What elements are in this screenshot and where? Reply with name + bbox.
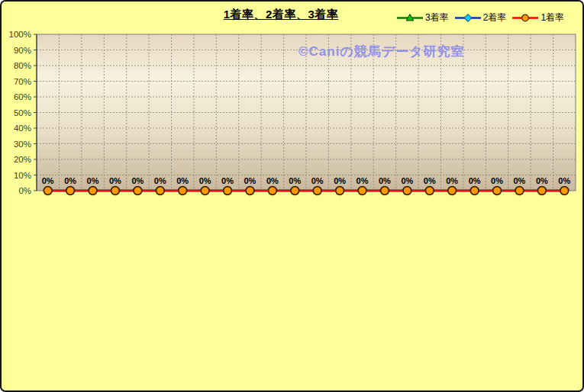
data-point-label: 0%	[154, 176, 166, 185]
y-tick-label: 70%	[14, 77, 31, 86]
data-point-label: 0%	[446, 176, 458, 185]
data-point-label: 0%	[379, 176, 391, 185]
data-point-marker	[134, 187, 142, 195]
data-point-label: 0%	[311, 176, 324, 185]
data-point-marker	[224, 187, 232, 195]
data-point-marker	[179, 187, 187, 195]
data-point-marker	[448, 187, 457, 195]
data-point-label: 0%	[42, 176, 54, 185]
data-point-label: 0%	[536, 176, 548, 185]
data-point-label: 0%	[357, 176, 369, 185]
data-point-label: 0%	[491, 176, 503, 185]
data-point-label: 0%	[558, 176, 570, 185]
y-tick-label: 20%	[14, 155, 31, 164]
data-point-label: 0%	[424, 176, 436, 185]
data-point-label: 0%	[514, 176, 526, 185]
data-point-marker	[268, 187, 276, 195]
y-tick-label: 90%	[14, 46, 31, 55]
data-point-label: 0%	[401, 176, 413, 185]
data-point-label: 0%	[199, 176, 211, 185]
data-point-marker	[246, 187, 254, 195]
data-point-label: 0%	[176, 176, 189, 185]
data-point-marker	[425, 187, 434, 195]
chart-window: 1着率、2着率、3着率 3着率 2着率 1着率 0%10%20%30%40%50…	[0, 0, 584, 392]
y-axis-labels: 0%10%20%30%40%50%60%70%80%90%100%	[9, 30, 31, 195]
data-point-marker	[313, 187, 321, 195]
data-point-marker	[470, 187, 479, 195]
y-tick-label: 100%	[9, 30, 31, 39]
y-tick-label: 50%	[14, 108, 31, 117]
data-point-marker	[381, 187, 389, 195]
y-tick-label: 10%	[14, 171, 31, 180]
data-point-marker	[537, 187, 546, 195]
data-point-marker	[358, 187, 366, 195]
data-point-marker	[493, 187, 502, 195]
data-point-label: 0%	[469, 176, 481, 185]
data-point-label: 0%	[131, 176, 144, 185]
y-tick-label: 40%	[14, 124, 31, 133]
data-point-marker	[44, 187, 52, 195]
data-point-marker	[336, 187, 344, 195]
data-point-marker	[515, 187, 524, 195]
y-tick-label: 60%	[14, 92, 31, 101]
data-point-label: 0%	[266, 176, 279, 185]
y-tick-label: 80%	[14, 61, 31, 70]
data-point-marker	[89, 187, 97, 195]
data-point-marker	[291, 187, 299, 195]
data-point-label: 0%	[87, 176, 99, 185]
data-point-label: 0%	[334, 176, 346, 185]
y-tick-label: 30%	[14, 140, 31, 149]
data-point-marker	[66, 187, 75, 195]
data-point-label: 0%	[109, 176, 121, 185]
data-point-marker	[156, 187, 164, 195]
data-point-marker	[201, 187, 209, 195]
data-point-marker	[560, 187, 569, 195]
data-point-label: 0%	[289, 176, 301, 185]
data-point-label: 0%	[64, 176, 76, 185]
data-point-marker	[111, 187, 120, 195]
data-point-label: 0%	[244, 176, 257, 185]
data-point-marker	[403, 187, 411, 195]
y-tick-label: 0%	[18, 186, 31, 195]
plot-area: 0%10%20%30%40%50%60%70%80%90%100%0%0%0%0…	[2, 2, 584, 392]
data-point-label: 0%	[221, 176, 234, 185]
